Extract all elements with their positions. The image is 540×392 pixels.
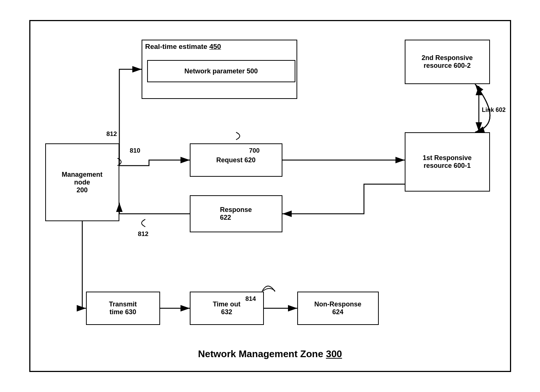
nr-box: Non-Response624 [297, 292, 379, 325]
rte-number: 450 [209, 43, 221, 50]
tt-label: Transmittime 630 [109, 300, 137, 316]
req-label: Request 620 [216, 156, 255, 164]
zone-number: 300 [326, 348, 342, 359]
tt-box: Transmittime 630 [86, 292, 160, 325]
res-box: Response622 [190, 195, 282, 232]
to-box: Time out632 [190, 292, 264, 325]
svg-text:812: 812 [106, 130, 117, 137]
svg-text:Link 602: Link 602 [482, 107, 506, 113]
req-box: Request 620 [190, 143, 282, 177]
zone-label: Network Management Zone 300 [30, 348, 510, 360]
mn-box: Managementnode200 [45, 143, 119, 221]
rr1-label: 1st Responsiveresource 600-1 [423, 154, 471, 170]
svg-text:810: 810 [130, 147, 140, 154]
nr-label: Non-Response624 [314, 300, 361, 316]
rr1-box: 1st Responsiveresource 600-1 [405, 132, 490, 192]
rte-label: Real-time estimate 450 [145, 43, 221, 51]
svg-text:812: 812 [138, 230, 148, 237]
mn-label: Managementnode200 [62, 171, 102, 194]
diagram-container: Real-time estimate 450 Network parameter… [29, 20, 511, 372]
to-label: Time out632 [213, 300, 241, 316]
np-box: Network parameter 500 [147, 60, 295, 82]
rr2-box: 2nd Responsiveresource 600-2 [405, 40, 490, 84]
rr2-label: 2nd Responsiveresource 600-2 [421, 54, 473, 70]
np-label: Network parameter 500 [184, 67, 258, 75]
res-label: Response622 [220, 206, 252, 222]
